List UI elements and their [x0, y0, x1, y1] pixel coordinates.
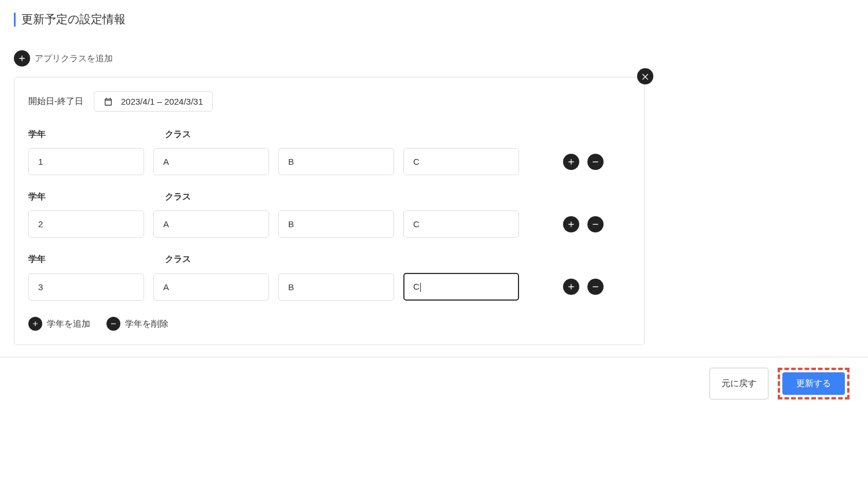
class-input[interactable]: A: [153, 148, 269, 175]
class-input[interactable]: C: [403, 148, 519, 175]
class-input[interactable]: C: [403, 210, 519, 238]
plus-icon: [28, 317, 42, 331]
grade-column-label: 学年: [28, 254, 144, 265]
grade-column-label: 学年: [28, 129, 144, 140]
class-column-label: クラス: [165, 191, 191, 202]
delete-grade-button[interactable]: 学年を削除: [106, 317, 168, 331]
row-actions: [563, 216, 604, 232]
class-column-label: クラス: [165, 129, 191, 140]
date-range-value: 2023/4/1 – 2024/3/31: [121, 97, 203, 106]
row-actions: [563, 279, 604, 295]
add-class-button[interactable]: [563, 279, 579, 295]
grade-header-row: 学年クラス: [28, 191, 630, 202]
grade-column-label: 学年: [28, 191, 144, 202]
grade-input[interactable]: 1: [28, 148, 144, 175]
add-grade-button[interactable]: 学年を追加: [28, 317, 90, 331]
add-app-class-label: アプリクラスを追加: [35, 53, 113, 64]
close-card-button[interactable]: [637, 68, 653, 84]
date-range-label: 開始日-終了日: [28, 96, 83, 107]
remove-class-button[interactable]: [587, 279, 604, 295]
add-app-class-button[interactable]: アプリクラスを追加: [14, 50, 854, 66]
class-input[interactable]: A: [153, 210, 269, 238]
settings-card: 開始日-終了日 2023/4/1 – 2024/3/31 学年クラス1ABC学年…: [14, 77, 645, 345]
class-input[interactable]: B: [278, 210, 394, 238]
grade-input-row: 2ABC: [28, 210, 630, 238]
date-range-row: 開始日-終了日 2023/4/1 – 2024/3/31: [28, 91, 630, 112]
calendar-icon: [104, 97, 113, 106]
footer: 元に戻す 更新する: [0, 357, 868, 410]
row-actions: [563, 154, 604, 170]
revert-button[interactable]: 元に戻す: [709, 368, 768, 399]
grade-input-row: 1ABC: [28, 148, 630, 175]
bottom-actions: 学年を追加 学年を削除: [28, 317, 630, 331]
plus-icon: [14, 50, 30, 66]
class-input[interactable]: A: [153, 273, 269, 301]
grade-header-row: 学年クラス: [28, 254, 630, 265]
grade-section: 学年クラス3ABC: [28, 254, 630, 301]
class-column-label: クラス: [165, 254, 191, 265]
section-header: 更新予定の設定情報: [14, 12, 854, 27]
grade-section: 学年クラス1ABC: [28, 129, 630, 175]
grade-input-row: 3ABC: [28, 273, 630, 301]
class-input[interactable]: C: [403, 273, 519, 301]
text-cursor: [420, 283, 421, 292]
close-icon: [637, 68, 653, 84]
grade-input[interactable]: 3: [28, 273, 144, 301]
add-class-button[interactable]: [563, 216, 579, 232]
grade-section: 学年クラス2ABC: [28, 191, 630, 238]
remove-class-button[interactable]: [587, 216, 604, 232]
remove-class-button[interactable]: [587, 154, 604, 170]
section-header-bar: [14, 13, 16, 27]
minus-icon: [106, 317, 120, 331]
date-range-picker[interactable]: 2023/4/1 – 2024/3/31: [94, 91, 213, 112]
delete-grade-label: 学年を削除: [125, 319, 168, 330]
section-title: 更新予定の設定情報: [21, 12, 126, 27]
add-class-button[interactable]: [563, 154, 579, 170]
grade-input[interactable]: 2: [28, 210, 144, 238]
class-input[interactable]: B: [278, 273, 394, 301]
grade-header-row: 学年クラス: [28, 129, 630, 140]
class-input[interactable]: B: [278, 148, 394, 175]
update-button[interactable]: 更新する: [782, 372, 845, 395]
add-grade-label: 学年を追加: [47, 319, 90, 330]
update-button-highlight: 更新する: [778, 368, 849, 399]
